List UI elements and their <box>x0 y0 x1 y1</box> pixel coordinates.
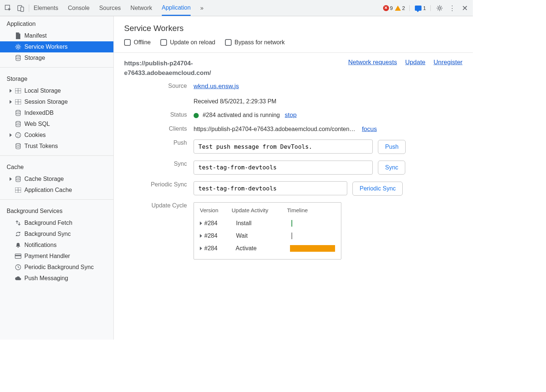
col-activity: Update Activity <box>232 207 280 213</box>
label: Periodic Background Sync <box>24 264 94 271</box>
label: Application Cache <box>24 187 72 193</box>
svg-point-14 <box>16 133 21 138</box>
section-application: Application <box>0 16 113 30</box>
sidebar-item-service-workers[interactable]: Service Workers <box>0 41 113 52</box>
settings-icon[interactable] <box>436 4 443 12</box>
update-row[interactable]: #284 Install <box>200 217 335 230</box>
update-cycle-label: Update Cycle <box>124 202 187 209</box>
sidebar-item-app-cache[interactable]: Application Cache <box>0 185 113 196</box>
device-toggle-icon[interactable] <box>17 4 24 12</box>
sidebar-item-periodic-bg-sync[interactable]: Periodic Background Sync <box>0 262 113 273</box>
svg-point-18 <box>19 135 20 136</box>
focus-link[interactable]: focus <box>362 125 377 133</box>
svg-point-4 <box>17 46 19 48</box>
inspect-icon[interactable] <box>4 4 12 12</box>
sidebar-item-cookies[interactable]: Cookies <box>0 130 113 141</box>
issue-count[interactable]: 1 <box>415 5 431 11</box>
tab-application[interactable]: Application <box>162 1 191 16</box>
label: Trust Tokens <box>24 143 58 149</box>
update-link[interactable]: Update <box>405 59 426 66</box>
sync-icon <box>15 231 21 237</box>
label: Session Storage <box>24 99 68 105</box>
error-number: 9 <box>390 5 393 11</box>
received-text: Received 8/5/2021, 2:29:33 PM <box>194 98 463 105</box>
devtools-toolbar: Elements Console Sources Network Applica… <box>0 0 473 16</box>
gear-icon <box>15 44 21 50</box>
svg-point-15 <box>17 134 17 135</box>
update-row[interactable]: #284 Activate <box>200 242 335 255</box>
tab-console[interactable]: Console <box>68 1 90 15</box>
transfer-icon <box>15 220 21 226</box>
label: Storage <box>24 55 45 61</box>
bypass-checkbox[interactable]: Bypass for network <box>225 39 285 46</box>
periodic-sync-input[interactable] <box>194 181 347 195</box>
svg-rect-25 <box>15 255 21 256</box>
sidebar-item-cache-storage[interactable]: Cache Storage <box>0 173 113 185</box>
periodic-sync-button[interactable]: Periodic Sync <box>352 182 403 196</box>
activity: Wait <box>236 233 284 239</box>
svg-rect-2 <box>21 7 24 11</box>
svg-point-12 <box>16 110 20 112</box>
sidebar-item-manifest[interactable]: Manifest <box>0 30 113 41</box>
version: #284 <box>204 220 229 227</box>
credit-card-icon <box>15 253 21 259</box>
table-icon <box>15 99 21 105</box>
svg-point-19 <box>16 144 20 145</box>
sidebar-item-payment[interactable]: Payment Handler <box>0 251 113 262</box>
warning-number: 2 <box>402 5 405 11</box>
error-count[interactable]: ✕9 <box>383 5 393 11</box>
sidebar-item-trust-tokens[interactable]: Trust Tokens <box>0 141 113 152</box>
status-label: Status <box>124 111 187 118</box>
sidebar-item-bg-sync[interactable]: Background Sync <box>0 228 113 240</box>
sidebar-item-push[interactable]: Push Messaging <box>0 273 113 284</box>
sidebar-item-websql[interactable]: Web SQL <box>0 118 113 130</box>
table-icon <box>15 187 21 193</box>
source-file-link[interactable]: wknd.us.ensw.js <box>194 83 239 90</box>
col-timeline: Timeline <box>287 207 308 213</box>
activity: Install <box>236 220 284 227</box>
svg-point-17 <box>17 136 18 137</box>
warning-count[interactable]: 2 <box>395 5 405 11</box>
tab-elements[interactable]: Elements <box>34 1 58 15</box>
offline-checkbox[interactable]: Offline <box>124 39 151 46</box>
label: Local Storage <box>24 87 61 94</box>
sidebar-item-notifications[interactable]: Notifications <box>0 240 113 251</box>
sidebar-item-indexeddb[interactable]: IndexedDB <box>0 107 113 118</box>
section-bg-services: Background Services <box>0 203 113 217</box>
tab-sources[interactable]: Sources <box>99 1 121 15</box>
label: Background Sync <box>24 231 71 237</box>
close-icon[interactable]: ✕ <box>461 4 468 12</box>
label: Push Messaging <box>24 275 68 282</box>
bell-icon <box>15 242 21 248</box>
network-requests-link[interactable]: Network requests <box>348 59 397 66</box>
tabs-more-icon[interactable]: » <box>200 1 204 15</box>
svg-point-5 <box>16 55 20 57</box>
table-icon <box>15 87 21 94</box>
svg-point-3 <box>438 7 441 9</box>
sidebar-item-storage[interactable]: Storage <box>0 52 113 63</box>
database-icon <box>15 176 21 182</box>
sidebar-item-bg-fetch[interactable]: Background Fetch <box>0 217 113 228</box>
unregister-link[interactable]: Unregister <box>434 59 463 66</box>
scope-url: https://publish-p24704-e76433.adobeaemcl… <box>124 59 246 78</box>
label: Notifications <box>24 242 57 248</box>
sync-label: Sync <box>124 161 187 167</box>
update-row[interactable]: #284 Wait <box>200 230 335 242</box>
sync-button[interactable]: Sync <box>378 161 405 175</box>
label: Cookies <box>24 132 46 138</box>
stop-link[interactable]: stop <box>285 111 297 118</box>
version: #284 <box>204 233 229 239</box>
push-input[interactable] <box>194 140 373 154</box>
update-reload-checkbox[interactable]: Update on reload <box>160 39 215 46</box>
source-label: Source <box>124 83 187 89</box>
periodic-sync-label: Periodic Sync <box>124 181 187 188</box>
col-version: Version <box>200 207 224 213</box>
timeline-install-bar <box>291 220 292 227</box>
sidebar-item-local-storage[interactable]: Local Storage <box>0 85 113 96</box>
sync-input[interactable] <box>194 161 373 175</box>
sidebar-item-session-storage[interactable]: Session Storage <box>0 96 113 107</box>
tab-network[interactable]: Network <box>130 1 152 15</box>
timeline-activate-bar <box>290 245 335 252</box>
push-button[interactable]: Push <box>378 140 405 154</box>
more-options-icon[interactable]: ⋮ <box>448 4 456 12</box>
